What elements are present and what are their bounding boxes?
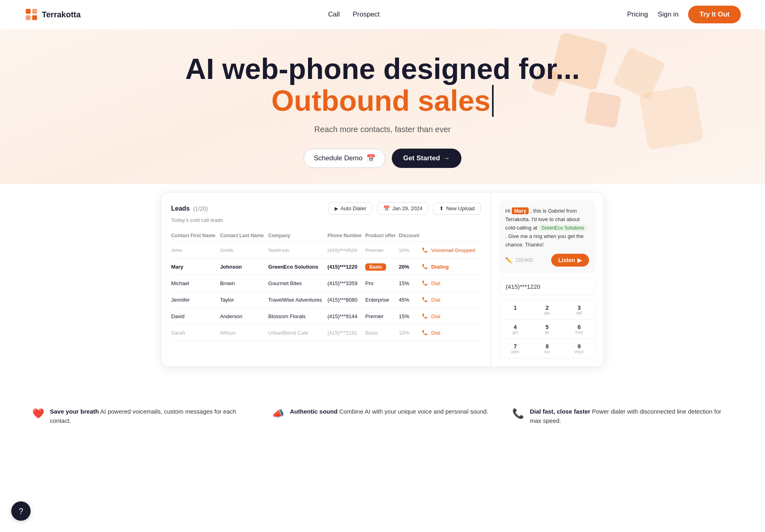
nav-signin-link[interactable]: Sign in (657, 10, 678, 19)
col-discount: Discount (399, 230, 422, 242)
listen-button[interactable]: Listen ▶ (551, 254, 589, 267)
col-company: Company (268, 230, 327, 242)
msg-suffix: . Give me a ring when you get the chance… (505, 233, 583, 248)
upload-icon: ⬆ (439, 205, 444, 211)
cell-discount: 45% (399, 292, 422, 308)
cell-status[interactable]: Dial (422, 325, 481, 341)
status-dial[interactable]: Dial (422, 280, 481, 286)
table-header: Contact First Name Contact Last Name Com… (171, 230, 481, 242)
table-row[interactable]: Jennifer Taylor TravelWise Adventures (4… (171, 292, 481, 308)
get-started-button[interactable]: Get Started → (392, 149, 461, 168)
cell-firstname: Mary (171, 259, 220, 275)
cell-lastname: Taylor (220, 292, 268, 308)
cell-lastname: Johnson (220, 259, 268, 275)
cell-company: UrbanBlend Cafe (268, 325, 327, 341)
cell-product: Basic (365, 259, 399, 275)
msg-company: GreenEco Solutions (539, 225, 587, 231)
dialpad-key[interactable]: 1 (499, 300, 531, 320)
cell-status[interactable]: Dialing (422, 259, 481, 275)
dialpad-row: 7pqrs8tuv9wxyz (499, 339, 595, 358)
hero-buttons: Schedule Demo 📅 Get Started → (8, 149, 757, 168)
cell-firstname: David (171, 308, 220, 325)
status-dialing: Dialing (422, 263, 481, 270)
table-row[interactable]: Mary Johnson GreenEco Solutions (415)***… (171, 259, 481, 275)
product-label: Premier (365, 313, 384, 319)
table-row[interactable]: David Anderson Blossom Florals (415)***9… (171, 308, 481, 325)
feature-icon: 📣 (272, 408, 284, 419)
dialpad-key[interactable]: 8tuv (531, 339, 563, 358)
leads-subtitle: Today's cold call leads (171, 217, 481, 223)
cell-discount: 15% (399, 275, 422, 292)
auto-dialer-label: Auto Dialer (341, 205, 366, 211)
status-dial[interactable]: Dial (422, 296, 481, 303)
tryout-button[interactable]: Try It Out (688, 6, 741, 23)
schedule-demo-label: Schedule Demo (314, 154, 362, 162)
feature-text: Save your breath AI powered voicemails, … (50, 407, 253, 425)
product-label: Pro (365, 280, 373, 286)
logo-icon (24, 7, 39, 22)
cell-company: TravelWise Adventures (268, 292, 327, 308)
col-lastname: Contact Last Name (220, 230, 268, 242)
dialpad-key[interactable]: 2abc (531, 300, 563, 320)
calendar-icon: 📅 (366, 154, 375, 163)
logo[interactable]: Terrakotta (24, 7, 81, 22)
get-started-label: Get Started (403, 154, 440, 162)
cell-product: Premier (365, 308, 399, 325)
char-count: 155/400 (515, 257, 548, 264)
logo-text: Terrakotta (42, 10, 81, 19)
leads-table: Contact First Name Contact Last Name Com… (171, 230, 481, 341)
dialpad-key[interactable]: 3def (563, 300, 595, 320)
dialpad-key[interactable]: 5jkl (531, 320, 563, 339)
dialpad-key[interactable]: 6mno (563, 320, 595, 339)
edit-icon[interactable]: ✏️ (505, 256, 512, 265)
svg-rect-1 (26, 9, 31, 14)
arrow-icon: → (443, 154, 450, 162)
status-voicemail: Voicemail Dropped (422, 247, 481, 253)
cell-firstname: Michael (171, 275, 220, 292)
col-phone: Phone Number (327, 230, 365, 242)
cell-discount: 20% (399, 259, 422, 275)
dialpad-key[interactable]: 4ghi (499, 320, 531, 339)
schedule-demo-button[interactable]: Schedule Demo 📅 (304, 149, 385, 168)
dialpad-key[interactable]: 9wxyz (563, 339, 595, 358)
table-row[interactable]: John Smith TechHub (415)***4520 Premier … (171, 242, 481, 259)
cell-product: Enterprise (365, 292, 399, 308)
cell-phone: (415)***1220 (327, 259, 365, 275)
auto-dialer-button[interactable]: ▶ Auto Dialer (329, 202, 372, 215)
nav-link-prospect[interactable]: Prospect (353, 10, 380, 19)
dialpad-row: 4ghi5jkl6mno (499, 320, 595, 339)
nav-pricing-link[interactable]: Pricing (627, 10, 648, 19)
table-row[interactable]: Sarah Wilson UrbanBlend Cafe (415)***219… (171, 325, 481, 341)
message-footer: ✏️ 155/400 Listen ▶ (505, 254, 589, 267)
nav-right: Pricing Sign in Try It Out (627, 6, 741, 23)
leads-count: (1/20) (193, 205, 208, 212)
table-row[interactable]: Michael Brown Gourmet Bites (415)***3359… (171, 275, 481, 292)
cell-status[interactable]: Dial (422, 275, 481, 292)
hero-title-line1: AI web-phone designed for... (185, 53, 580, 85)
dialpad-key[interactable]: 7pqrs (499, 339, 531, 358)
feature-item: 📣 Authentic sound Combine AI with your u… (272, 407, 493, 425)
status-dial[interactable]: Dial (422, 329, 481, 336)
hero-title-accent: Outbound sales (271, 85, 494, 117)
nav-links: Call Prospect (328, 10, 380, 19)
col-status (422, 230, 481, 242)
listen-label: Listen (558, 257, 575, 263)
feature-text: Dial fast, close faster Power dialer wit… (530, 407, 733, 425)
dialpad: 12abc3def4ghi5jkl6mno7pqrs8tuv9wxyz (499, 300, 595, 358)
date-button[interactable]: 📅 Jan 29, 2024 (377, 202, 428, 215)
feature-item: ❤️ Save your breath AI powered voicemail… (32, 407, 253, 425)
play-icon: ▶ (577, 257, 582, 263)
feature-item: 📞 Dial fast, close faster Power dialer w… (512, 407, 733, 425)
cell-discount: 15% (399, 308, 422, 325)
col-product: Product offer (365, 230, 399, 242)
feature-icon: ❤️ (32, 408, 44, 419)
cell-lastname: Anderson (220, 308, 268, 325)
cell-status[interactable]: Voicemail Dropped (422, 242, 481, 259)
demo-section: Leads (1/20) ▶ Auto Dialer 📅 Jan 29, 202… (0, 184, 765, 391)
cell-status[interactable]: Dial (422, 292, 481, 308)
new-upload-button[interactable]: ⬆ New Upload (433, 202, 481, 215)
nav-link-call[interactable]: Call (328, 10, 340, 19)
status-dial[interactable]: Dial (422, 313, 481, 319)
message-box: Hi Mary , this is Gabriel from Terrakott… (499, 201, 595, 273)
cell-status[interactable]: Dial (422, 308, 481, 325)
